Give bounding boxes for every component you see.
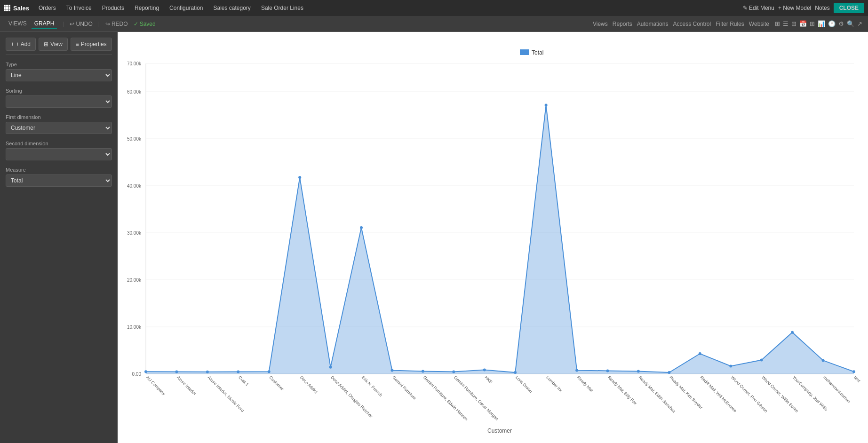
svg-text:50.00k: 50.00k — [127, 136, 142, 142]
views-link[interactable]: Views — [593, 21, 608, 27]
close-btn[interactable]: CLOSE — [834, 3, 864, 13]
svg-point-35 — [637, 370, 640, 372]
svg-text:Ready Mat: Ready Mat — [576, 375, 594, 393]
external-link-icon[interactable]: ↗ — [857, 20, 862, 27]
graph-icon[interactable]: 📊 — [818, 20, 825, 27]
brand-name: Sales — [13, 5, 29, 12]
list-view-icon[interactable]: ☰ — [783, 20, 788, 27]
pivot-icon[interactable]: ⊞ — [810, 20, 815, 27]
measure-label: Measure — [6, 167, 112, 173]
nav-orders[interactable]: Orders — [34, 3, 61, 13]
svg-text:Ready Mat, Edith Sanchez: Ready Mat, Edith Sanchez — [637, 375, 677, 414]
chart-area: Total 0.00 10.00k 20.00k 30.00k 40.00k — [118, 32, 868, 443]
redo-btn[interactable]: ↪ REDO — [105, 21, 128, 27]
svg-text:70.00k: 70.00k — [127, 61, 142, 66]
legend-label: Total — [532, 49, 543, 56]
svg-text:Cust 1: Cust 1 — [238, 375, 249, 387]
svg-point-38 — [729, 365, 732, 368]
svg-text:Erik N. French: Erik N. French — [361, 375, 383, 397]
svg-point-36 — [668, 371, 670, 374]
clock-icon[interactable]: 🕐 — [828, 20, 836, 27]
svg-text:Ready Mat, Billy Fox: Ready Mat, Billy Fox — [607, 375, 638, 406]
svg-point-25 — [329, 366, 332, 369]
y-gridlines: 0.00 10.00k 20.00k 30.00k 40.00k 50.00k … — [127, 61, 854, 377]
automations-link[interactable]: Automations — [637, 21, 669, 27]
svg-text:AU Company: AU Company — [145, 375, 167, 396]
nav-salescategory[interactable]: Sales category — [208, 3, 255, 13]
svg-text:Ready Mat, Kim Snyder: Ready Mat, Kim Snyder — [669, 375, 703, 410]
form-view-icon[interactable]: ⊞ — [775, 20, 780, 27]
svg-point-32 — [545, 104, 548, 107]
svg-point-23 — [268, 370, 271, 373]
svg-point-39 — [760, 359, 763, 362]
svg-text:Azure Interior: Azure Interior — [176, 375, 197, 396]
tab-graph[interactable]: GRAPH — [32, 19, 57, 29]
legend-color — [520, 49, 529, 55]
measure-select[interactable]: Total — [6, 174, 112, 187]
x-axis-title: Customer — [487, 427, 512, 434]
svg-text:40.00k: 40.00k — [127, 183, 142, 189]
svg-text:Deco Addict: Deco Addict — [299, 375, 319, 394]
nav-toinvoice[interactable]: To Invoice — [62, 3, 96, 13]
svg-marker-18 — [146, 105, 854, 374]
sep1: | — [63, 21, 64, 27]
filter-rules-link[interactable]: Filter Rules — [716, 21, 744, 27]
properties-icon: ≡ — [76, 41, 79, 47]
kanban-view-icon[interactable]: ⊟ — [791, 20, 796, 27]
svg-text:Rediff Mail, Will McEncroe: Rediff Mail, Will McEncroe — [699, 375, 737, 413]
settings-icon[interactable]: ⚙ — [838, 20, 844, 27]
svg-point-26 — [360, 226, 363, 229]
svg-point-42 — [852, 370, 855, 373]
first-dimension-label: First dimension — [6, 114, 112, 120]
chart-line-group — [144, 104, 855, 374]
svg-text:60.00k: 60.00k — [127, 89, 142, 95]
svg-point-24 — [298, 176, 301, 179]
x-labels: AU Company Azure Interior Azure Interior… — [145, 375, 862, 421]
reports-link[interactable]: Reports — [613, 21, 632, 27]
svg-text:Azure Interior, Nicole Ford: Azure Interior, Nicole Ford — [207, 375, 245, 413]
nav-reporting[interactable]: Reporting — [130, 3, 164, 13]
nav-products[interactable]: Products — [97, 3, 129, 13]
svg-text:20.00k: 20.00k — [127, 277, 142, 283]
properties-btn[interactable]: ≡ Properties — [71, 38, 112, 51]
svg-point-29 — [452, 371, 455, 373]
website-link[interactable]: Website — [749, 21, 769, 27]
svg-text:YourCompany, Joel Willis: YourCompany, Joel Willis — [792, 375, 829, 412]
edit-menu-btn[interactable]: ✎ Edit Menu — [743, 5, 774, 11]
svg-point-31 — [514, 371, 517, 374]
svg-text:Gemini Furniture: Gemini Furniture — [391, 375, 417, 400]
nav-saleorderlines[interactable]: Sale Order Lines — [256, 3, 308, 13]
add-btn[interactable]: + + Add — [6, 38, 36, 51]
search-icon[interactable]: 🔍 — [847, 20, 854, 27]
saved-indicator: ✓ Saved — [134, 21, 156, 27]
type-select[interactable]: Line — [6, 69, 112, 81]
svg-point-30 — [483, 369, 486, 372]
svg-text:Lumber Inc: Lumber Inc — [545, 375, 564, 393]
svg-text:test: test — [853, 375, 862, 383]
svg-point-34 — [606, 369, 609, 372]
svg-point-27 — [391, 369, 394, 372]
svg-text:10.00k: 10.00k — [127, 324, 142, 330]
first-dimension-select[interactable]: Customer — [6, 122, 112, 134]
svg-text:0.00: 0.00 — [132, 372, 142, 377]
notes-btn[interactable]: Notes — [815, 5, 829, 11]
calendar-icon[interactable]: 📅 — [799, 20, 807, 27]
second-dimension-label: Second dimension — [6, 141, 112, 146]
svg-text:30.00k: 30.00k — [127, 230, 142, 236]
second-dimension-select[interactable] — [6, 148, 112, 160]
nav-configuration[interactable]: Configuration — [165, 3, 207, 13]
svg-point-22 — [237, 371, 239, 373]
view-btn[interactable]: ⊞ View — [39, 38, 68, 51]
view-icon: ⊞ — [44, 41, 48, 47]
type-label: Type — [6, 62, 112, 67]
access-control-link[interactable]: Access Control — [673, 21, 711, 27]
sep2: | — [98, 21, 100, 27]
tab-views[interactable]: VIEWS — [6, 19, 30, 29]
new-model-btn[interactable]: + New Model — [778, 5, 811, 11]
undo-btn[interactable]: ↩ UNDO — [70, 21, 92, 27]
sorting-select[interactable] — [6, 95, 112, 108]
svg-text:Loris Draou: Loris Draou — [515, 375, 534, 394]
plus-icon: + — [11, 41, 14, 47]
svg-point-33 — [575, 369, 578, 372]
svg-point-37 — [699, 352, 701, 355]
